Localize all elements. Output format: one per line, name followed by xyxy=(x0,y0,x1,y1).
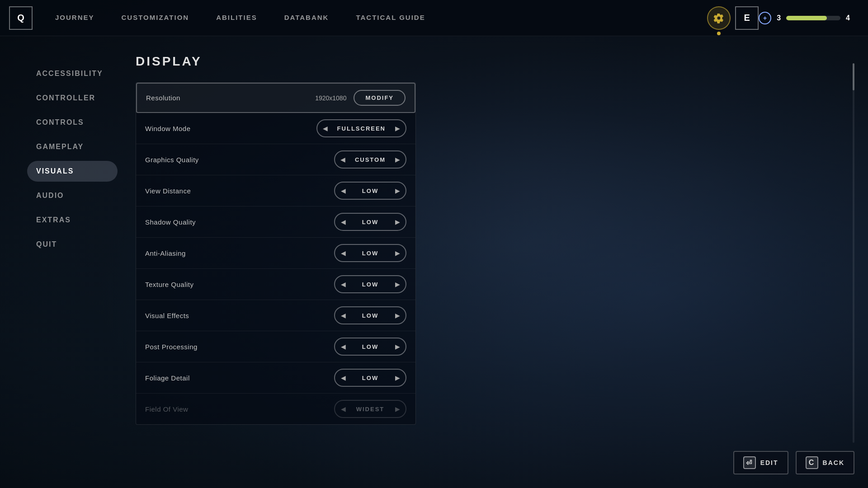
setting-row-5: Anti-Aliasing◀LOW▶ xyxy=(136,238,415,269)
setting-label-10: Field Of View xyxy=(145,405,334,413)
bottom-btn-label-edit: EDIT xyxy=(760,459,778,466)
xp-bar-fill xyxy=(786,16,827,20)
sidebar-item-gameplay[interactable]: GAMEPLAY xyxy=(27,136,118,157)
setting-row-0: Resolution1920x1080MODIFY xyxy=(136,83,415,113)
control-pill-4: ◀LOW▶ xyxy=(334,213,406,231)
settings-list: Resolution1920x1080MODIFYWindow Mode◀FUL… xyxy=(136,82,416,425)
pill-value-3: LOW xyxy=(351,188,389,194)
sidebar-item-controller[interactable]: CONTROLLER xyxy=(27,88,118,108)
xp-display: + 3 4 xyxy=(759,12,859,24)
xp-level: 4 xyxy=(846,14,850,22)
setting-label-2: Graphics Quality xyxy=(145,156,334,164)
pill-value-1: FULLSCREEN xyxy=(334,125,389,132)
topbar: Q JOURNEYCUSTOMIZATIONABILITIESDATABANKT… xyxy=(0,0,868,36)
pill-arrow-left-2[interactable]: ◀ xyxy=(335,151,351,168)
sidebar-item-visuals[interactable]: VISUALS xyxy=(27,161,118,182)
pill-arrow-right-2[interactable]: ▶ xyxy=(389,151,406,168)
pill-arrow-left-6[interactable]: ◀ xyxy=(335,276,351,292)
nav-item-journey[interactable]: JOURNEY xyxy=(42,0,108,36)
pill-arrow-right-1[interactable]: ▶ xyxy=(389,120,406,136)
pill-arrow-left-5[interactable]: ◀ xyxy=(335,245,351,261)
pill-value-2: CUSTOM xyxy=(351,156,389,163)
sidebar-item-controls[interactable]: CONTROLS xyxy=(27,112,118,133)
pill-value-6: LOW xyxy=(351,281,389,288)
nav-item-customization[interactable]: CUSTOMIZATION xyxy=(108,0,203,36)
xp-icon: + xyxy=(759,12,771,24)
btn-key-back: C xyxy=(806,456,818,469)
pill-arrow-right-9[interactable]: ▶ xyxy=(389,370,406,386)
settings-panel: DISPLAY Resolution1920x1080MODIFYWindow … xyxy=(127,36,434,488)
setting-label-0: Resolution xyxy=(146,94,315,102)
pill-value-4: LOW xyxy=(351,219,389,225)
setting-row-3: View Distance◀LOW▶ xyxy=(136,175,415,206)
pill-arrow-left-7[interactable]: ◀ xyxy=(335,307,351,324)
control-pill-3: ◀LOW▶ xyxy=(334,182,406,200)
q-key-button[interactable]: Q xyxy=(9,6,33,30)
pill-arrow-right-10[interactable]: ▶ xyxy=(389,401,406,417)
btn-key-icon-back: C xyxy=(809,459,815,467)
setting-row-6: Texture Quality◀LOW▶ xyxy=(136,269,415,300)
setting-row-4: Shadow Quality◀LOW▶ xyxy=(136,206,415,238)
main-nav: JOURNEYCUSTOMIZATIONABILITIESDATABANKTAC… xyxy=(42,0,703,36)
control-pill-9: ◀LOW▶ xyxy=(334,369,406,387)
setting-row-8: Post Processing◀LOW▶ xyxy=(136,331,415,362)
pill-arrow-right-3[interactable]: ▶ xyxy=(389,183,406,199)
setting-row-7: Visual Effects◀LOW▶ xyxy=(136,300,415,331)
settings-button[interactable] xyxy=(707,6,731,30)
bottom-btn-back[interactable]: CBACK xyxy=(796,451,854,474)
btn-key-edit: ⏎ xyxy=(743,456,756,469)
setting-label-3: View Distance xyxy=(145,187,334,195)
pill-arrow-left-4[interactable]: ◀ xyxy=(335,214,351,230)
nav-item-abilities[interactable]: ABILITIES xyxy=(203,0,271,36)
setting-value-0: 868x488 xyxy=(315,94,346,102)
setting-label-8: Post Processing xyxy=(145,343,334,351)
sidebar-item-audio[interactable]: AUDIO xyxy=(27,185,118,206)
setting-label-6: Texture Quality xyxy=(145,281,334,288)
sidebar-item-extras[interactable]: EXTRAS xyxy=(27,210,118,230)
pill-arrow-left-9[interactable]: ◀ xyxy=(335,370,351,386)
pill-value-9: LOW xyxy=(351,375,389,381)
pill-arrow-right-4[interactable]: ▶ xyxy=(389,214,406,230)
control-pill-7: ◀LOW▶ xyxy=(334,306,406,324)
pill-arrow-right-6[interactable]: ▶ xyxy=(389,276,406,292)
control-pill-6: ◀LOW▶ xyxy=(334,275,406,293)
modify-button-0[interactable]: MODIFY xyxy=(354,90,406,106)
setting-label-9: Foliage Detail xyxy=(145,374,334,382)
pill-arrow-left-8[interactable]: ◀ xyxy=(335,338,351,355)
pill-arrow-left-3[interactable]: ◀ xyxy=(335,183,351,199)
pill-arrow-left-10[interactable]: ◀ xyxy=(335,401,351,417)
control-pill-10: ◀WIDEST▶ xyxy=(334,400,406,418)
pill-value-8: LOW xyxy=(351,343,389,350)
xp-bar xyxy=(786,16,840,20)
main-content: ACCESSIBILITYCONTROLLERCONTROLSGAMEPLAYV… xyxy=(0,36,868,488)
bottom-btn-edit[interactable]: ⏎EDIT xyxy=(733,451,788,474)
pill-value-5: LOW xyxy=(351,250,389,257)
setting-label-1: Window Mode xyxy=(145,125,316,132)
control-pill-8: ◀LOW▶ xyxy=(334,338,406,356)
setting-label-7: Visual Effects xyxy=(145,312,334,319)
bottom-bar: ⏎EDITCBACK xyxy=(733,451,854,474)
setting-label-4: Shadow Quality xyxy=(145,218,334,226)
pill-arrow-right-5[interactable]: ▶ xyxy=(389,245,406,261)
gear-icon xyxy=(713,13,724,23)
sidebar: ACCESSIBILITYCONTROLLERCONTROLSGAMEPLAYV… xyxy=(0,36,127,488)
xp-count: 3 xyxy=(777,14,781,22)
pill-arrow-right-7[interactable]: ▶ xyxy=(389,307,406,324)
nav-item-tactical-guide[interactable]: TACTICAL GUIDE xyxy=(342,0,439,36)
e-key-button[interactable]: E xyxy=(735,6,759,30)
setting-label-5: Anti-Aliasing xyxy=(145,249,334,257)
setting-row-1: Window Mode◀FULLSCREEN▶ xyxy=(136,113,415,144)
btn-key-icon-edit: ⏎ xyxy=(746,459,753,467)
pill-arrow-left-1[interactable]: ◀ xyxy=(317,120,334,136)
bottom-btn-label-back: BACK xyxy=(823,459,844,466)
setting-row-9: Foliage Detail◀LOW▶ xyxy=(136,362,415,394)
control-pill-5: ◀LOW▶ xyxy=(334,244,406,262)
pill-value-7: LOW xyxy=(351,312,389,319)
sidebar-item-accessibility[interactable]: ACCESSIBILITY xyxy=(27,63,118,84)
pill-arrow-right-8[interactable]: ▶ xyxy=(389,338,406,355)
section-title: DISPLAY xyxy=(136,54,416,69)
sidebar-item-quit[interactable]: QUIT xyxy=(27,234,118,255)
setting-row-2: Graphics Quality◀CUSTOM▶ xyxy=(136,144,415,175)
control-pill-2: ◀CUSTOM▶ xyxy=(334,150,406,169)
nav-item-databank[interactable]: DATABANK xyxy=(271,0,343,36)
